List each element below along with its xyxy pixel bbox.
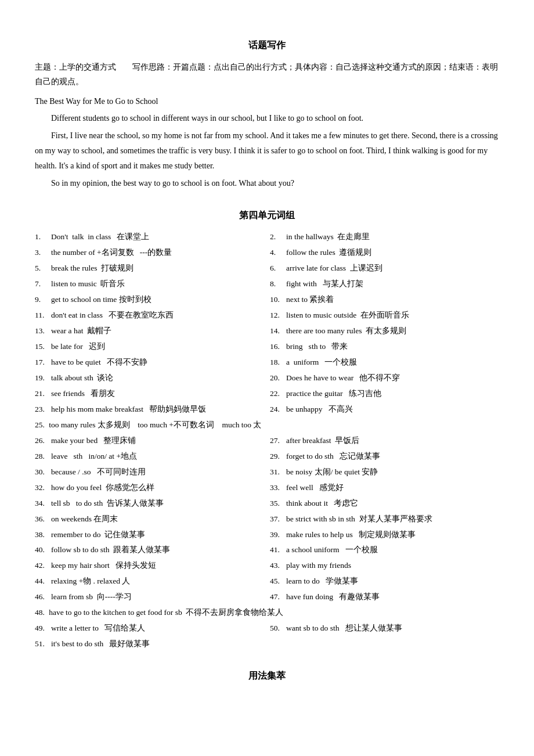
list-item: 19. talk about sth 谈论 — [35, 371, 264, 386]
list-item: 31. be noisy 太闹/ be quiet 安静 — [270, 465, 499, 480]
list-item: 32. how do you feel 你感觉怎么样 — [35, 481, 264, 495]
list-item: 18. a uniform 一个校服 — [270, 355, 499, 370]
list-item: 14. there are too many rules 有太多规则 — [270, 324, 499, 339]
section1-title: 话题写作 — [35, 37, 499, 53]
list-item: 17. have to be quiet 不得不安静 — [35, 355, 264, 370]
list-item: 11. don't eat in class 不要在教室吃东西 — [35, 308, 264, 323]
essay-para1: Different students go to school in diffe… — [35, 111, 499, 126]
list-item: 33. feel well 感觉好 — [270, 481, 499, 495]
list-item: 6. arrive late for class 上课迟到 — [270, 261, 499, 276]
vocab-section: 1. Don't talk in class 在课堂上 2. in the ha… — [35, 230, 499, 651]
list-item: 46. learn from sb 向----学习 — [35, 590, 264, 604]
list-item: 43. play with my friends — [270, 559, 499, 573]
list-item: 7. listen to music 听音乐 — [35, 277, 264, 291]
list-item: 41. a school uniform 一个校服 — [270, 543, 499, 557]
list-item: 44. relaxing +物 . relaxed 人 — [35, 574, 264, 589]
list-item: 37. be strict with sb in sth 对某人某事严格要求 — [270, 512, 499, 527]
vocab-grid: 1. Don't talk in class 在课堂上 2. in the ha… — [35, 230, 499, 651]
list-item: 5. break the rules 打破规则 — [35, 261, 264, 276]
intro-line: 主题：上学的交通方式 写作思路：开篇点题：点出自己的出行方式；具体内容：自己选择… — [35, 60, 499, 89]
list-item: 15. be late for 迟到 — [35, 340, 264, 354]
list-item: 39. make rules to help us 制定规则做某事 — [270, 528, 499, 542]
list-item: 48. have to go to the kitchen to get foo… — [35, 606, 499, 620]
section3-title: 用法集萃 — [35, 668, 499, 683]
list-item: 23. help his mom make breakfast 帮助妈妈做早饭 — [35, 402, 264, 417]
section2-title: 第四单元词组 — [35, 207, 499, 223]
essay-title: The Best Way for Me to Go to School — [35, 94, 499, 109]
list-item: 34. tell sb to do sth 告诉某人做某事 — [35, 496, 264, 511]
list-item — [270, 637, 499, 651]
list-item: 22. practice the guitar 练习吉他 — [270, 387, 499, 401]
list-item: 4. follow the rules 遵循规则 — [270, 246, 499, 260]
list-item: 49. write a letter to 写信给某人 — [35, 621, 264, 636]
page-content: 话题写作 主题：上学的交通方式 写作思路：开篇点题：点出自己的出行方式；具体内容… — [35, 37, 499, 683]
list-item: 29. forget to do sth 忘记做某事 — [270, 449, 499, 464]
list-item: 21. see friends 看朋友 — [35, 387, 264, 401]
list-item: 12. listen to music outside 在外面听音乐 — [270, 308, 499, 323]
list-item: 13. wear a hat 戴帽子 — [35, 324, 264, 339]
list-item: 42. keep my hair short 保持头发短 — [35, 559, 264, 573]
list-item: 25. too many rules 太多规则 too much +不可数名词 … — [35, 418, 499, 433]
list-item: 35. think about it 考虑它 — [270, 496, 499, 511]
essay-para2: First, I live near the school, so my hom… — [35, 128, 499, 174]
essay-para3: So in my opinion, the best way to go to … — [35, 176, 499, 191]
list-item: 47. have fun doing 有趣做某事 — [270, 590, 499, 604]
list-item: 30. because / .so 不可同时连用 — [35, 465, 264, 480]
list-item: 16. bring sth to 带来 — [270, 340, 499, 354]
list-item: 45. learn to do 学做某事 — [270, 574, 499, 589]
list-item: 28. leave sth in/on/ at +地点 — [35, 449, 264, 464]
list-item: 8. fight with 与某人打架 — [270, 277, 499, 291]
list-item: 38. remember to do 记住做某事 — [35, 528, 264, 542]
list-item: 20. Does he have to wear 他不得不穿 — [270, 371, 499, 386]
list-item: 26. make your bed 整理床铺 — [35, 434, 264, 448]
list-item: 36. on weekends 在周末 — [35, 512, 264, 527]
list-item: 2. in the hallways 在走廊里 — [270, 230, 499, 244]
list-item: 3. the number of +名词复数 ---的数量 — [35, 246, 264, 260]
list-item: 9. get to school on time 按时到校 — [35, 293, 264, 307]
list-item: 51. it's best to do sth 最好做某事 — [35, 637, 264, 651]
list-item: 10. next to 紧挨着 — [270, 293, 499, 307]
list-item: 24. be unhappy 不高兴 — [270, 402, 499, 417]
list-item: 1. Don't talk in class 在课堂上 — [35, 230, 264, 244]
list-item: 27. after breakfast 早饭后 — [270, 434, 499, 448]
list-item: 50. want sb to do sth 想让某人做某事 — [270, 621, 499, 636]
list-item: 40. follow sb to do sth 跟着某人做某事 — [35, 543, 264, 557]
